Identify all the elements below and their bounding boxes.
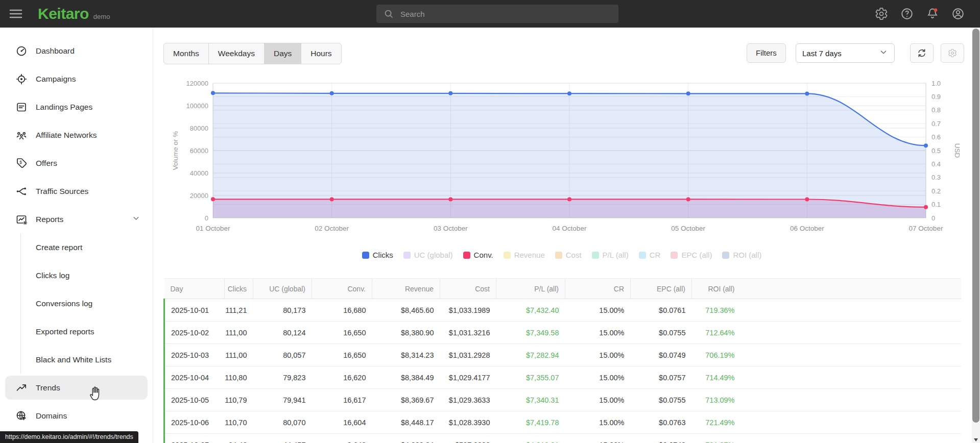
settings-gear-icon[interactable]	[875, 7, 888, 20]
table-row[interactable]: 2025-10-04110,8079,82316,620$8,384.49$1,…	[164, 366, 962, 389]
column-header-p-l-all-[interactable]: P/L (all)	[496, 279, 565, 299]
legend-item-epc-all-[interactable]: EPC (all)	[671, 251, 712, 259]
column-header-day[interactable]: Day	[164, 279, 225, 299]
sidebar-item-create-report[interactable]: Create report	[0, 233, 153, 261]
filters-button[interactable]: Filters	[747, 43, 786, 63]
sidebar-item-trends[interactable]: Trends	[0, 374, 153, 402]
sidebar-item-exported-reports[interactable]: Exported reports	[0, 317, 153, 346]
cell-uc-global-: 44,457	[253, 434, 312, 443]
data-point-clicks[interactable]	[448, 91, 452, 95]
column-header-clicks[interactable]: Clicks	[225, 279, 253, 299]
table-row[interactable]: 2025-10-05110,7979,94116,617$8,369.67$1,…	[164, 389, 962, 411]
user-account-icon[interactable]	[951, 7, 965, 20]
sidebar-item-label: Reports	[36, 215, 63, 224]
data-point-clicks[interactable]	[924, 143, 928, 147]
data-point-clicks[interactable]	[805, 91, 809, 95]
vertical-scrollbar[interactable]	[972, 28, 980, 443]
trends-line-chart[interactable]: 02000040000600008000010000012000000.10.2…	[162, 74, 969, 250]
column-header-roi-all-[interactable]: ROI (all)	[692, 279, 741, 299]
legend-label: UC (global)	[414, 251, 453, 259]
table-row[interactable]: 2025-10-01111,2180,17316,680$8,465.60$1,…	[164, 299, 962, 322]
legend-item-roi-all-[interactable]: ROI (all)	[722, 251, 761, 259]
gear-small-icon	[948, 48, 957, 58]
axis-tick-label: 0.5	[931, 147, 941, 155]
legend-item-cost[interactable]: Cost	[555, 251, 582, 259]
table-row[interactable]: 2025-10-03111,0080,05716,650$8,314.23$1,…	[164, 344, 962, 366]
tab-months[interactable]: Months	[164, 43, 208, 64]
table-row[interactable]: 2025-10-06110,7080,07016,604$8,448.17$1,…	[164, 411, 962, 434]
cell-revenue: $8,369.67	[372, 389, 440, 411]
tab-weekdays[interactable]: Weekdays	[208, 43, 264, 64]
legend-item-conv-[interactable]: Conv.	[463, 251, 493, 259]
search-input[interactable]	[400, 10, 618, 18]
scrollbar-down-arrow[interactable]	[974, 438, 978, 441]
cell-cost: $1,033.1989	[440, 299, 496, 322]
cell-conv-: 16,617	[312, 389, 372, 411]
cell-uc-global-: 80,070	[253, 411, 312, 434]
data-point-conv-[interactable]	[211, 197, 215, 201]
legend-item-revenue[interactable]: Revenue	[504, 251, 545, 259]
refresh-icon	[916, 47, 927, 59]
cell-day: 2025-10-06	[164, 411, 225, 434]
sidebar-item-dashboard[interactable]: Dashboard	[0, 37, 153, 65]
cell-p-l-all-: $7,355.07	[496, 366, 565, 389]
tab-days[interactable]: Days	[264, 43, 301, 64]
table-row[interactable]: 2025-10-02111,0080,12416,650$8,380.90$1,…	[164, 322, 962, 344]
legend-item-cr[interactable]: CR	[639, 251, 661, 259]
menu-icon[interactable]	[8, 6, 23, 21]
cell-uc-global-: 80,124	[253, 322, 312, 344]
cell-clicks: 110,79	[225, 389, 253, 411]
data-point-conv-[interactable]	[567, 197, 571, 201]
sidebar-item-conversions-log[interactable]: Conversions log	[0, 289, 153, 317]
sidebar-item-traffic-sources[interactable]: Traffic Sources	[0, 177, 153, 205]
sidebar-item-black-and-white-lists[interactable]: Black and White Lists	[0, 346, 153, 374]
cell-roi-all-: 719.36%	[692, 299, 741, 322]
sidebar-item-landings-pages[interactable]: Landings Pages	[0, 93, 153, 121]
chart-settings-button[interactable]	[941, 43, 964, 63]
column-header-cr[interactable]: CR	[565, 279, 631, 299]
x-axis-label: 03 October	[434, 225, 468, 232]
tab-hours[interactable]: Hours	[301, 43, 341, 64]
sidebar-item-label: Trends	[36, 383, 60, 392]
data-point-conv-[interactable]	[330, 197, 334, 201]
cell-roi-all-: 712.64%	[692, 322, 741, 344]
data-point-clicks[interactable]	[211, 91, 215, 95]
column-header-epc-all-[interactable]: EPC (all)	[631, 279, 692, 299]
refresh-button[interactable]	[910, 43, 934, 63]
cell-roi-all-: 721.97%	[692, 434, 741, 443]
data-point-conv-[interactable]	[924, 205, 928, 209]
global-search[interactable]	[376, 5, 618, 23]
sidebar-item-campaigns[interactable]: Campaigns	[0, 65, 153, 93]
sidebar-item-label: Traffic Sources	[36, 187, 88, 196]
sidebar-item-affiliate-networks[interactable]: Affiliate Networks	[0, 121, 153, 149]
table-row[interactable]: 2025-10-0764,4644,4579,648$4,909.34$597.…	[164, 434, 962, 443]
cell-cr: 15.00%	[565, 344, 631, 366]
sidebar-item-offers[interactable]: $Offers	[0, 149, 153, 177]
keitaro-logo[interactable]: Keitaro demo	[38, 6, 110, 21]
column-header-uc-global-[interactable]: UC (global)	[253, 279, 312, 299]
legend-item-uc-global-[interactable]: UC (global)	[403, 251, 453, 259]
data-point-conv-[interactable]	[805, 198, 809, 202]
legend-item-clicks[interactable]: Clicks	[362, 251, 393, 259]
data-point-clicks[interactable]	[330, 91, 334, 95]
scrollbar-thumb[interactable]	[972, 29, 979, 423]
data-point-conv-[interactable]	[686, 197, 690, 201]
column-header-revenue[interactable]: Revenue	[372, 279, 440, 299]
status-url-tooltip: https://demo.keitaro.io/admin/#!/trends/…	[0, 431, 138, 443]
data-point-clicks[interactable]	[567, 91, 571, 95]
data-point-conv-[interactable]	[448, 197, 452, 201]
data-point-clicks[interactable]	[686, 91, 690, 95]
sidebar-item-domains[interactable]: Domains	[0, 402, 153, 430]
notifications-bell-icon[interactable]	[926, 7, 939, 20]
svg-text:$: $	[19, 160, 22, 165]
legend-label: CR	[650, 251, 661, 259]
column-header-conv-[interactable]: Conv.	[312, 279, 372, 299]
help-icon[interactable]	[900, 7, 914, 20]
cell-roi-all-: 714.49%	[692, 366, 741, 389]
sidebar-item-reports[interactable]: Reports	[0, 205, 153, 233]
date-range-select[interactable]: Last 7 days	[796, 43, 895, 63]
column-header-cost[interactable]: Cost	[440, 279, 496, 299]
sidebar-item-clicks-log[interactable]: Clicks log	[0, 261, 153, 289]
legend-item-p-l-all-[interactable]: P/L (all)	[592, 251, 629, 259]
cell-cost: $1,029.4177	[440, 366, 496, 389]
